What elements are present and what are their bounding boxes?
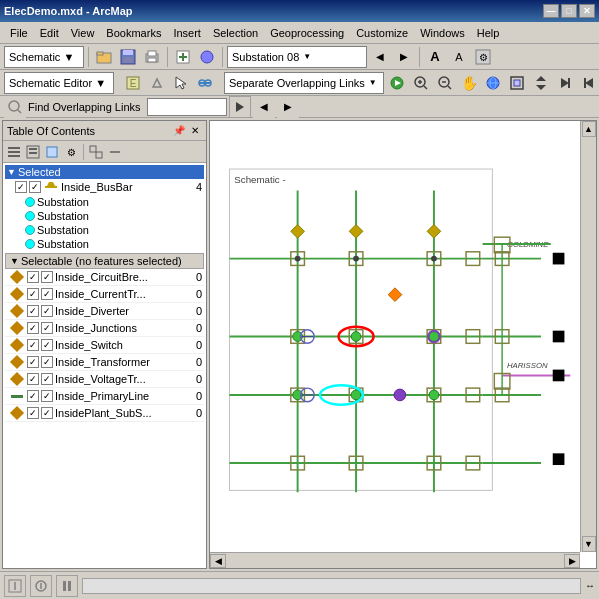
toc-list-view[interactable] [5,143,23,161]
save-btn[interactable] [117,46,139,68]
scroll-bar-right[interactable]: ▲ ▼ [580,121,596,552]
svg-text:HARISSON: HARISSON [507,361,548,370]
scroll-bar-bottom[interactable]: ◀ ▶ [210,552,580,568]
zoom-in-btn[interactable] [410,72,432,94]
status-btn-1[interactable] [4,575,26,597]
edit-tool-1[interactable]: E [122,72,144,94]
menu-customize[interactable]: Customize [350,25,414,41]
selected-header[interactable]: ▼ Selected [5,165,204,179]
substation-label-4: Substation [37,238,89,250]
scroll-down-btn[interactable]: ▼ [582,536,596,552]
find-go-btn[interactable] [229,96,251,118]
junctions-count: 0 [196,322,202,334]
toc-options-btn[interactable]: ⚙ [62,143,80,161]
menu-help[interactable]: Help [471,25,506,41]
currenttr-check[interactable]: ✓ [27,288,39,300]
find-nav-prev[interactable]: ◀ [253,96,275,118]
find-nav-next[interactable]: ▶ [277,96,299,118]
toc-selection-view[interactable] [43,143,61,161]
operation-dropdown[interactable]: Separate Overlapping Links ▼ [224,72,384,94]
globe-btn[interactable] [482,72,504,94]
substation-dropdown[interactable]: Substation 08 ▼ [227,46,367,68]
menu-view[interactable]: View [65,25,101,41]
settings-btn[interactable]: ⚙ [472,46,494,68]
svg-rect-47 [8,155,20,157]
nav-arrows-btn[interactable] [530,72,552,94]
junctions-check[interactable]: ✓ [27,322,39,334]
scroll-right-btn[interactable]: ▶ [564,554,580,568]
nav-fwd-btn[interactable]: ▶ [393,46,415,68]
menu-file[interactable]: File [4,25,34,41]
insideplant-check2[interactable]: ✓ [41,407,53,419]
toc-source-view[interactable] [24,143,42,161]
text-size-btn-2[interactable]: A [448,46,470,68]
menu-edit[interactable]: Edit [34,25,65,41]
menu-insert[interactable]: Insert [167,25,207,41]
minimize-btn[interactable]: — [543,4,559,18]
schematic-editor-dropdown[interactable]: Schematic Editor ▼ [4,72,114,94]
status-pause-btn[interactable] [56,575,78,597]
menu-bookmarks[interactable]: Bookmarks [100,25,167,41]
switch-check[interactable]: ✓ [27,339,39,351]
voltagetr-check2[interactable]: ✓ [41,373,53,385]
switch-name: Inside_Switch [55,339,194,351]
link-btn[interactable] [194,72,216,94]
transformer-check[interactable]: ✓ [27,356,39,368]
scroll-left-btn[interactable]: ◀ [210,554,226,568]
schematic-dropdown[interactable]: Schematic ▼ [4,46,84,68]
open-btn[interactable] [93,46,115,68]
selectable-header[interactable]: ▼ Selectable (no features selected) [5,253,204,269]
layer-diverter: ✓ ✓ Inside_Diverter 0 [5,303,204,320]
toc-expand-btn[interactable] [87,143,105,161]
primaryline-check[interactable]: ✓ [27,390,39,402]
back-nav-btn[interactable] [578,72,599,94]
switch-check2[interactable]: ✓ [41,339,53,351]
pan-btn[interactable]: ✋ [458,72,480,94]
map-canvas[interactable]: ▲ ▼ ◀ ▶ Schematic - [209,120,597,569]
extent-btn[interactable] [506,72,528,94]
currenttr-check2[interactable]: ✓ [41,288,53,300]
junctions-icon [9,321,25,335]
switch-icon [9,338,25,352]
nav-back-btn[interactable]: ◀ [369,46,391,68]
edit-tool-2[interactable] [146,72,168,94]
transformer-check2[interactable]: ✓ [41,356,53,368]
text-size-btn-1[interactable]: A [424,46,446,68]
junctions-check2[interactable]: ✓ [41,322,53,334]
menu-windows[interactable]: Windows [414,25,471,41]
cursor-btn[interactable] [170,72,192,94]
toc-collapse-btn[interactable] [106,143,124,161]
menu-geoprocessing[interactable]: Geoprocessing [264,25,350,41]
scroll-up-btn[interactable]: ▲ [582,121,596,137]
schematic-prop-btn[interactable] [196,46,218,68]
new-schematic-btn[interactable] [172,46,194,68]
busbar-check[interactable]: ✓ [15,181,27,193]
window-controls[interactable]: — □ ✕ [543,4,595,18]
status-btn-2[interactable] [30,575,52,597]
toc-pin-btn[interactable]: 📌 [172,124,186,138]
fwd-nav-btn[interactable] [554,72,576,94]
find-overlapping-btn[interactable] [4,96,26,118]
diverter-check[interactable]: ✓ [27,305,39,317]
close-btn[interactable]: ✕ [579,4,595,18]
svg-line-43 [18,110,21,113]
run-btn[interactable] [386,72,408,94]
insideplant-check[interactable]: ✓ [27,407,39,419]
substation-label-1: Substation [37,196,89,208]
circuitbre-check[interactable]: ✓ [27,271,39,283]
transformer-count: 0 [196,356,202,368]
diverter-check2[interactable]: ✓ [41,305,53,317]
find-input[interactable] [147,98,227,116]
selectable-section: ▼ Selectable (no features selected) ✓ ✓ … [5,253,204,422]
print-btn[interactable] [141,46,163,68]
menu-selection[interactable]: Selection [207,25,264,41]
voltagetr-check[interactable]: ✓ [27,373,39,385]
toc-close-btn[interactable]: ✕ [188,124,202,138]
busbar-check2[interactable]: ✓ [29,181,41,193]
toc-controls[interactable]: 📌 ✕ [172,124,202,138]
svg-rect-74 [553,331,565,343]
maximize-btn[interactable]: □ [561,4,577,18]
primaryline-check2[interactable]: ✓ [41,390,53,402]
circuitbre-check2[interactable]: ✓ [41,271,53,283]
zoom-out-btn[interactable] [434,72,456,94]
